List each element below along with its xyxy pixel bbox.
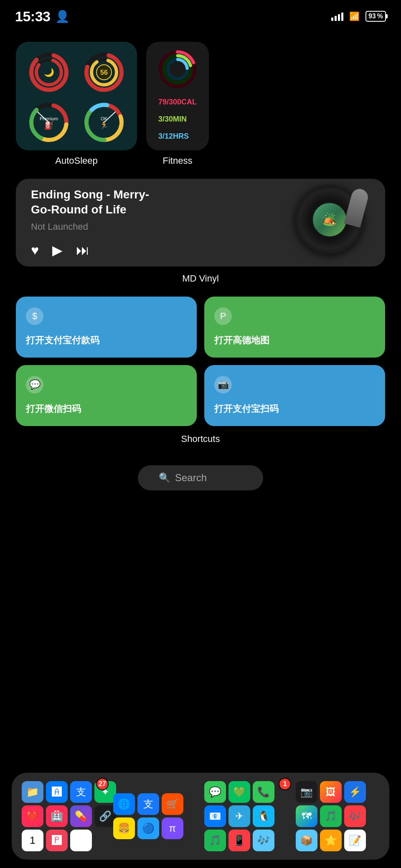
dock-icon-files[interactable]: 📁 [22, 781, 43, 803]
dock-folder-4[interactable]: 📷 🖼 ⚡ 🗺 🎵 🎶 📦 ⭐ 📝 [296, 781, 379, 851]
dock-icon-alipay[interactable]: 支 [70, 781, 92, 803]
dock-icon-shortcuts[interactable]: 💊 [70, 805, 92, 827]
wechat-scan-icon: 💬 [26, 376, 43, 393]
dock-group-4: 📷 🖼 ⚡ 🗺 🎵 🎶 📦 ⭐ 📝 [296, 781, 379, 851]
person-icon: 👤 [55, 10, 70, 23]
dock-icon-apple-music2[interactable]: 🎶 [344, 805, 366, 827]
alipay-scan-icon: 📷 [214, 376, 232, 393]
vinyl-play-button[interactable]: ▶ [52, 242, 63, 258]
dock-icon-taobao[interactable]: 🛒 [162, 793, 183, 815]
dock-icon-safari[interactable]: 🌐 [113, 793, 135, 815]
autosleep-label: AutoSleep [16, 155, 137, 166]
status-time: 15:33 [15, 8, 50, 25]
shortcut-alipay-pay-label: 打开支付宝付款码 [26, 334, 187, 347]
dock-badge-1: 27 [96, 778, 109, 790]
svg-text:56: 56 [100, 69, 108, 76]
shortcut-alipay-scan[interactable]: 📷 打开支付宝扫码 [204, 365, 385, 426]
signal-bar-2 [335, 16, 337, 21]
activity-rings [155, 50, 200, 88]
vinyl-next-button[interactable]: ⏭ [76, 243, 89, 258]
search-bar[interactable]: 🔍 Search [138, 465, 263, 490]
dock-icon-pocket[interactable]: 🅿 [46, 830, 68, 851]
dock-icon-telegram[interactable]: ✈ [228, 805, 250, 827]
dock-icon-pi[interactable]: π [162, 817, 183, 839]
signal-bars [331, 12, 343, 21]
status-right: 📶 93 % [331, 11, 386, 22]
vinyl-widget-label: MD Vinyl [0, 273, 401, 284]
dock-icon-photos[interactable]: 🖼 [320, 781, 342, 803]
dock-icon-messages[interactable]: 💬 [204, 781, 226, 803]
vinyl-info: Ending Song - Merry-Go-Round of Life Not… [31, 187, 165, 259]
premium-gauge: Premium ⛽ [23, 99, 74, 145]
fitness-cal: 79/300CAL [158, 92, 197, 108]
dock-icon-health[interactable]: ❤️ [22, 805, 43, 827]
search-label: Search [175, 472, 207, 484]
dock-group-3: 1 💬 💚 📞 📧 ✈ 🐧 🎵 📱 🎶 [204, 781, 288, 851]
dock-icon-apple-music[interactable]: 📱 [228, 830, 250, 851]
widgets-row1: 🌙 56 [0, 29, 401, 166]
shortcut-wechat-scan-label: 打开微信扫码 [26, 403, 187, 415]
fitness-label: Fitness [146, 155, 209, 166]
dock-icon-notion[interactable]: 📝 [344, 830, 366, 851]
shortcut-gaode-label: 打开高德地图 [214, 334, 375, 347]
dock-icon-toolbox2[interactable]: 📦 [296, 830, 317, 851]
dock-group-2: 🌐 支 🛒 🍔 🔵 π [113, 793, 197, 839]
shortcuts-grid: $ 打开支付宝付款码 P 打开高德地图 💬 打开微信扫码 📷 打开支付宝扫码 [16, 297, 385, 426]
wifi-icon: 📶 [349, 11, 360, 21]
vinyl-widget-wrapper[interactable]: Ending Song - Merry-Go-Round of Life Not… [0, 179, 401, 284]
dock-icon-wechat[interactable]: 💚 [228, 781, 250, 803]
shortcut-wechat-scan[interactable]: 💬 打开微信扫码 [16, 365, 197, 426]
dock-icon-eleme[interactable]: 🔵 [137, 817, 159, 839]
battery-unit: % [377, 13, 383, 20]
dock-icon-spotify2[interactable]: 🎵 [320, 805, 342, 827]
fitness-hrs: 3/12HRS [158, 127, 197, 142]
fitness-min: 3/30MIN [158, 109, 197, 125]
shortcut-gaode[interactable]: P 打开高德地图 [204, 297, 385, 358]
dock-icon-appstore[interactable]: 🅰 [46, 781, 68, 803]
dock-icon-superstar[interactable]: ⭐ [320, 830, 342, 851]
dock-icon-empty9 [368, 830, 390, 851]
battery-indicator: 93 % [365, 11, 386, 22]
search-bar-container: 🔍 Search [0, 465, 401, 490]
dock-folder-1[interactable]: 📁 🅰 支 ✦ ❤️ 🏥 💊 🔗 1 🅿 M [22, 781, 105, 851]
vinyl-record: 🏕️ [295, 185, 370, 260]
dock-icon-mail[interactable]: 📧 [204, 805, 226, 827]
dock-icon-meituan[interactable]: 🍔 [113, 817, 135, 839]
record-label: 🏕️ [313, 203, 346, 236]
fitness-widget[interactable]: 79/300CAL 3/30MIN 3/12HRS Fitness [146, 42, 209, 166]
vinyl-status: Not Launched [31, 221, 165, 232]
dock-icon-empty7 [368, 781, 390, 803]
dock-icon-alipay2[interactable]: 支 [137, 793, 159, 815]
number-gauge: 56 [79, 49, 129, 95]
dock-icon-gmail[interactable]: M [70, 830, 92, 851]
autosleep-widget[interactable]: 🌙 56 [16, 42, 137, 166]
dock-icon-phone[interactable]: 📞 [253, 781, 274, 803]
dock-icon-qq[interactable]: 🐧 [253, 805, 274, 827]
vinyl-controls: ♥ ▶ ⏭ [31, 242, 165, 258]
vinyl-heart-button[interactable]: ♥ [31, 243, 39, 258]
dock-icon-camera[interactable]: 📷 [296, 781, 317, 803]
dock-folder-3[interactable]: 💬 💚 📞 📧 ✈ 🐧 🎵 📱 🎶 [204, 781, 288, 851]
svg-text:🌙: 🌙 [44, 67, 54, 77]
dock-icon-health2[interactable]: 🏥 [46, 805, 68, 827]
dock: 27 📁 🅰 支 ✦ ❤️ 🏥 💊 🔗 1 🅿 M [12, 773, 389, 860]
battery-tip [386, 14, 388, 18]
dock-icon-spotify[interactable]: 🎵 [204, 830, 226, 851]
vinyl-song-title: Ending Song - Merry-Go-Round of Life [31, 187, 165, 218]
signal-bar-3 [338, 14, 340, 21]
alipay-pay-icon: $ [26, 307, 43, 325]
vinyl-widget[interactable]: Ending Song - Merry-Go-Round of Life Not… [16, 179, 385, 266]
shortcut-alipay-scan-label: 打开支付宝扫码 [214, 403, 375, 415]
dock-folder-2[interactable]: 🌐 支 🛒 🍔 🔵 π [113, 793, 197, 839]
signal-bar-4 [341, 13, 343, 21]
dock-group-1: 27 📁 🅰 支 ✦ ❤️ 🏥 💊 🔗 1 🅿 M [22, 781, 105, 851]
dock-icon-one[interactable]: 1 [22, 830, 43, 851]
search-icon: 🔍 [159, 472, 170, 483]
dock-icon-shazam[interactable]: ⚡ [344, 781, 366, 803]
dock-icon-maps[interactable]: 🗺 [296, 805, 317, 827]
battery-level: 93 [368, 13, 376, 20]
dock-icon-toolbox[interactable]: 🎶 [253, 830, 274, 851]
dock-icon-empty8 [368, 805, 390, 827]
signal-bar-1 [331, 18, 333, 21]
shortcut-alipay-pay[interactable]: $ 打开支付宝付款码 [16, 297, 197, 358]
